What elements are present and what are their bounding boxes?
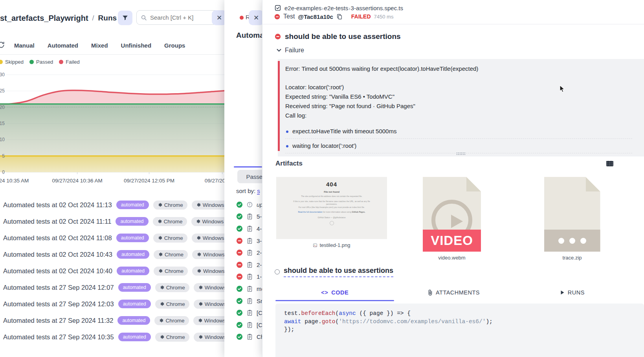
tab-groups[interactable]: Groups bbox=[164, 42, 185, 49]
app-root: st_artefacts_Playwright / Runs ✕ ManualA… bbox=[0, 0, 644, 357]
runs-history-chart[interactable]: 051015202530 09/27/2024 10:35 AM09/27/20… bbox=[0, 70, 226, 188]
filter-button[interactable] bbox=[118, 11, 132, 25]
x-axis-label: 09/27/2024 12:05 PM bbox=[124, 178, 174, 184]
artifact-caption[interactable]: testiled-1.png bbox=[313, 242, 350, 248]
sort-by-link[interactable]: s bbox=[257, 188, 260, 194]
passed-filter-button[interactable]: Passed bbox=[237, 170, 262, 183]
spec-row[interactable]: mo bbox=[236, 283, 262, 295]
spec-row[interactable]: Sm bbox=[236, 295, 262, 307]
env-chip: Chrome bbox=[153, 201, 187, 210]
artifact-caption[interactable]: trace.zip bbox=[562, 255, 582, 261]
run-row[interactable]: Automated tests at 02 Oct 2024 11:11 aut… bbox=[0, 213, 226, 230]
error-line: Received string: "Page not found · GitHu… bbox=[285, 103, 632, 109]
env-chip: Chrome bbox=[153, 234, 187, 243]
resize-handle[interactable] bbox=[456, 152, 466, 156]
run-row[interactable]: Automated tests at 27 Sep 2024 11:32 aut… bbox=[0, 312, 226, 329]
spec-row[interactable]: [C bbox=[236, 319, 262, 331]
artifact-image: 404 File not found The site configured a… bbox=[275, 177, 388, 261]
spec-row[interactable]: Ch bbox=[236, 331, 262, 343]
failed-dot-icon bbox=[240, 16, 244, 20]
project-title[interactable]: st_artefacts_Playwright bbox=[0, 14, 88, 23]
y-axis-label: 20 bbox=[0, 105, 5, 110]
run-title[interactable]: Automated tests at 27 Sep 2024 11:32 bbox=[3, 317, 113, 324]
spec-row[interactable]: 4- bbox=[236, 223, 262, 235]
artifacts-view-toggle-icon[interactable] bbox=[606, 161, 613, 166]
spec-label: 2- bbox=[257, 249, 262, 256]
error-call-log-item: waiting for locator(':root') bbox=[285, 139, 632, 153]
spec-row[interactable]: 2- bbox=[236, 247, 262, 259]
x-axis-label: 09/27/2024 10:35 AM bbox=[0, 178, 29, 184]
tab-mixed[interactable]: Mixed bbox=[91, 42, 108, 49]
run-title[interactable]: Automated tests at 02 Oct 2024 11:11 bbox=[3, 218, 111, 225]
code-snippet[interactable]: test.beforeEach(async ({ page }) => { aw… bbox=[275, 304, 644, 357]
search-input[interactable] bbox=[150, 14, 205, 21]
run-row[interactable]: Automated tests at 27 Sep 2024 10:35 aut… bbox=[0, 329, 226, 345]
tab-runs[interactable]: RUNS bbox=[513, 286, 632, 299]
run-title[interactable]: Automated tests at 27 Sep 2024 12:03 bbox=[3, 300, 114, 308]
spec-row[interactable]: uplo bbox=[236, 199, 262, 211]
spec-label: uplo bbox=[257, 201, 262, 208]
breadcrumb-separator: / bbox=[92, 14, 94, 22]
tab-code[interactable]: <> CODE bbox=[275, 286, 394, 299]
breadcrumb-item[interactable]: 3-assertions.spec.ts bbox=[351, 5, 403, 11]
test-title: should be able to use assertions bbox=[285, 32, 401, 41]
screenshot-thumbnail[interactable]: 404 File not found The site configured a… bbox=[276, 177, 387, 239]
tab-unfinished[interactable]: Unfinished bbox=[121, 42, 152, 49]
error-accent-bar bbox=[278, 61, 280, 151]
status-hollow-icon bbox=[275, 269, 280, 274]
failure-toggle[interactable]: Failure bbox=[277, 47, 304, 54]
spec-label: 1- bbox=[257, 273, 262, 280]
run-row[interactable]: Automated tests at 27 Sep 2024 12:07 aut… bbox=[0, 279, 226, 296]
clipboard-icon bbox=[247, 285, 253, 292]
test-breadcrumb: e2e-examples›e2e-tests›3-assertions.spec… bbox=[274, 4, 403, 11]
run-title[interactable]: Automated tests at 02 Oct 2024 10:43 bbox=[3, 251, 112, 258]
close-button[interactable]: ✕ bbox=[212, 10, 226, 25]
video-file-icon[interactable]: VIDEO bbox=[423, 177, 481, 252]
run-row[interactable]: Automated tests at 02 Oct 2024 11:08 aut… bbox=[0, 230, 226, 246]
thumb-404-text: The site configured at this address does… bbox=[276, 195, 387, 198]
run-row[interactable]: Automated tests at 02 Oct 2024 11:13 aut… bbox=[0, 197, 226, 213]
spec-row[interactable]: 1- bbox=[236, 271, 262, 283]
search-icon bbox=[141, 15, 147, 21]
tab-automated[interactable]: Automated bbox=[48, 42, 78, 49]
run-title[interactable]: Automated tests at 02 Oct 2024 10:40 bbox=[3, 267, 112, 275]
run-type-badge: automated bbox=[118, 300, 151, 308]
zip-file-icon[interactable] bbox=[544, 177, 600, 252]
gear-icon bbox=[196, 219, 200, 224]
copy-icon[interactable] bbox=[336, 13, 343, 20]
thumb-404-code: 404 bbox=[276, 181, 387, 188]
spec-row[interactable]: 5- bbox=[236, 211, 262, 223]
test-meta-row: Test @Tac81a10c FAILED 7450 ms bbox=[274, 13, 393, 20]
run-title[interactable]: Automated tests at 27 Sep 2024 12:07 bbox=[3, 284, 114, 291]
error-line: Locator: locator(':root') bbox=[285, 84, 632, 90]
breadcrumb-item[interactable]: e2e-tests bbox=[324, 5, 349, 11]
drawer-close-button[interactable]: ✕ bbox=[249, 10, 262, 25]
failed-minus-icon bbox=[236, 249, 243, 256]
linked-test-row[interactable]: should be able to use assertions bbox=[275, 267, 393, 277]
gear-icon bbox=[158, 269, 163, 273]
env-chip: Chrome bbox=[154, 267, 188, 276]
divider bbox=[262, 24, 644, 24]
run-title[interactable]: Automated tests at 27 Sep 2024 10:35 bbox=[3, 333, 114, 341]
spec-row[interactable]: 2- bbox=[236, 259, 262, 271]
artifact-caption[interactable]: video.webm bbox=[438, 255, 465, 261]
tab-manual[interactable]: Manual bbox=[14, 42, 35, 49]
run-title[interactable]: Automated tests at 02 Oct 2024 11:13 bbox=[3, 201, 112, 209]
clipboard-icon bbox=[247, 322, 253, 328]
spec-row[interactable]: [C bbox=[236, 307, 262, 319]
env-chip: Windows bbox=[194, 283, 226, 292]
spec-row[interactable]: 3- bbox=[236, 235, 262, 247]
linked-test-title[interactable]: should be able to use assertions bbox=[284, 267, 393, 277]
run-row[interactable]: Automated tests at 02 Oct 2024 10:40 aut… bbox=[0, 263, 226, 279]
test-tag[interactable]: @Tac81a10c bbox=[298, 13, 333, 20]
run-title[interactable]: Automated tests at 02 Oct 2024 11:08 bbox=[3, 234, 112, 242]
gear-icon bbox=[198, 285, 203, 290]
search-box[interactable] bbox=[136, 10, 219, 25]
run-row[interactable]: Automated tests at 27 Sep 2024 12:03 aut… bbox=[0, 296, 226, 312]
tab-attachments[interactable]: ATTACHMENTS bbox=[394, 286, 513, 299]
y-axis-label: 5 bbox=[0, 153, 5, 159]
gear-icon bbox=[196, 252, 201, 257]
run-row[interactable]: Automated tests at 02 Oct 2024 10:43 aut… bbox=[0, 246, 226, 263]
breadcrumb-item[interactable]: e2e-examples bbox=[284, 5, 321, 11]
passed-check-icon bbox=[236, 225, 243, 232]
